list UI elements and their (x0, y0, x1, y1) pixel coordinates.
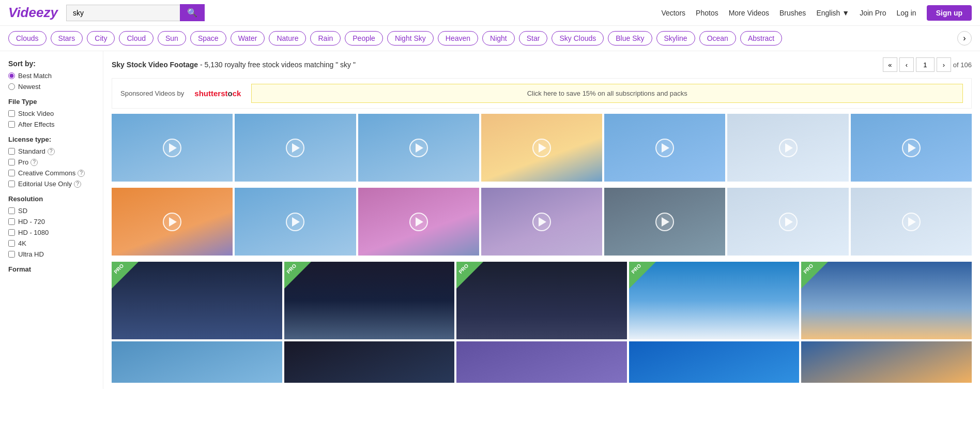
tag-night[interactable]: Night (482, 31, 515, 46)
play-button-icon (409, 213, 428, 231)
bottom-video-thumbnail[interactable] (629, 341, 800, 383)
license-editorial-use-only[interactable]: Editorial Use Only ? (8, 180, 95, 188)
video-thumbnail[interactable] (727, 188, 848, 256)
editorial-help-icon[interactable]: ? (74, 181, 81, 188)
pro-badge: PRO (456, 262, 483, 289)
res-sd[interactable]: SD (8, 207, 95, 215)
tag-rain[interactable]: Rain (310, 31, 341, 46)
nav-more-videos[interactable]: More Videos (729, 9, 769, 17)
tag-space[interactable]: Space (190, 31, 226, 46)
tag-blue-sky[interactable]: Blue Sky (608, 31, 652, 46)
pro-video-thumbnail[interactable]: PRO (801, 262, 972, 339)
play-button-icon (163, 139, 181, 157)
nav-photos[interactable]: Photos (696, 9, 718, 17)
filetype-after-effects[interactable]: After Effects (8, 121, 95, 128)
pro-badge-triangle (629, 262, 656, 289)
search-button[interactable]: 🔍 (180, 4, 205, 21)
results-title-main: Sky Stock Video Footage (112, 61, 198, 69)
tag-cloud[interactable]: Cloud (119, 31, 154, 46)
sort-newest[interactable]: Newest (8, 83, 95, 91)
video-thumbnail[interactable] (481, 188, 602, 256)
res-4k[interactable]: 4K (8, 239, 95, 247)
video-thumbnail[interactable] (235, 114, 356, 182)
video-thumbnail[interactable] (235, 188, 356, 256)
tag-ocean[interactable]: Ocean (699, 31, 736, 46)
tag-city[interactable]: City (87, 31, 115, 46)
cc-help-icon[interactable]: ? (78, 170, 85, 177)
tag-abstract[interactable]: Abstract (740, 31, 782, 46)
video-thumbnail[interactable] (112, 188, 233, 256)
standard-help-icon[interactable]: ? (48, 148, 55, 155)
video-thumbnail[interactable] (481, 114, 602, 182)
nav-vectors[interactable]: Vectors (661, 9, 685, 17)
content-area: Sky Stock Video Footage - 5,130 royalty … (103, 51, 980, 389)
res-hd1080[interactable]: HD - 1080 (8, 229, 95, 236)
filetype-stock-video[interactable]: Stock Video (8, 110, 95, 117)
tag-sun[interactable]: Sun (158, 31, 186, 46)
tag-star[interactable]: Star (519, 31, 548, 46)
video-thumbnail[interactable] (358, 114, 479, 182)
tag-clouds[interactable]: Clouds (8, 31, 47, 46)
play-button-icon (532, 139, 551, 157)
page-prev-button[interactable]: ‹ (899, 57, 914, 72)
shutterstock-logo[interactable]: shutterstock (194, 89, 241, 98)
sort-best-match[interactable]: Best Match (8, 72, 95, 80)
tag-next-button[interactable]: › (957, 31, 972, 46)
pro-video-thumbnail[interactable]: PRO (284, 262, 455, 339)
pro-badge: PRO (629, 262, 656, 289)
login-link[interactable]: Log in (897, 9, 916, 17)
file-type-label: File Type (8, 98, 95, 106)
sort-best-match-label: Best Match (18, 72, 52, 80)
pro-video-thumbnail[interactable]: PRO (629, 262, 800, 339)
play-icon (416, 143, 423, 153)
bottom-video-thumbnail[interactable] (112, 341, 282, 383)
pro-badge-triangle (112, 262, 139, 289)
page-input[interactable] (916, 57, 935, 72)
pro-help-icon[interactable]: ? (30, 159, 38, 166)
join-pro-link[interactable]: Join Pro (860, 9, 886, 17)
pro-video-grid: PROPROPROPROPRO (112, 262, 972, 339)
res-ultra-hd[interactable]: Ultra HD (8, 250, 95, 258)
play-icon (292, 143, 300, 153)
play-button-icon (902, 139, 921, 157)
tag-water[interactable]: Water (231, 31, 265, 46)
bottom-video-thumbnail[interactable] (801, 341, 972, 383)
license-pro[interactable]: Pro ? (8, 158, 95, 166)
sponsored-banner: Sponsored Videos by shutterstock Click h… (112, 78, 972, 109)
video-thumbnail[interactable] (851, 188, 972, 256)
license-creative-commons[interactable]: Creative Commons ? (8, 169, 95, 177)
language-selector[interactable]: English ▼ (816, 9, 849, 17)
license-standard[interactable]: Standard ? (8, 147, 95, 155)
tag-people[interactable]: People (345, 31, 383, 46)
tag-night-sky[interactable]: Night Sky (387, 31, 434, 46)
play-icon (662, 143, 669, 153)
tag-heaven[interactable]: Heaven (438, 31, 478, 46)
pro-badge: PRO (284, 262, 311, 289)
video-thumbnail[interactable] (851, 114, 972, 182)
pro-video-thumbnail[interactable]: PRO (112, 262, 282, 339)
pro-video-thumbnail[interactable]: PRO (456, 262, 627, 339)
sort-by-label: Sort by: (8, 59, 95, 68)
signup-button[interactable]: Sign up (927, 5, 972, 21)
page-first-button[interactable]: « (883, 57, 897, 72)
license-type-label: License type: (8, 136, 95, 143)
tag-stars[interactable]: Stars (51, 31, 83, 46)
video-thumbnail[interactable] (358, 188, 479, 256)
results-header: Sky Stock Video Footage - 5,130 royalty … (112, 57, 972, 72)
res-hd720[interactable]: HD - 720 (8, 218, 95, 226)
bottom-video-thumbnail[interactable] (456, 341, 627, 383)
tag-nature[interactable]: Nature (269, 31, 306, 46)
video-thumbnail[interactable] (604, 188, 725, 256)
video-thumbnail[interactable] (604, 114, 725, 182)
promo-banner[interactable]: Click here to save 15% on all subscripti… (251, 84, 963, 103)
nav-brushes[interactable]: Brushes (779, 9, 806, 17)
logo[interactable]: Videezy (8, 5, 58, 21)
tag-sky-clouds[interactable]: Sky Clouds (552, 31, 604, 46)
page-next-button[interactable]: › (937, 57, 951, 72)
play-button-icon (779, 213, 798, 231)
bottom-video-thumbnail[interactable] (284, 341, 455, 383)
tag-skyline[interactable]: Skyline (656, 31, 695, 46)
video-thumbnail[interactable] (112, 114, 233, 182)
search-input[interactable] (66, 5, 180, 21)
video-thumbnail[interactable] (727, 114, 848, 182)
